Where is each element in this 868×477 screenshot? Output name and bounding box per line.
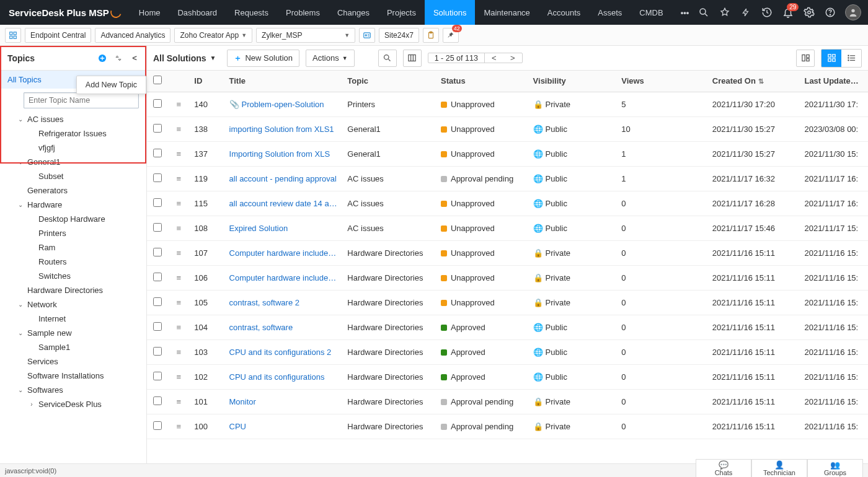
- pushpin-icon[interactable]: 42: [443, 28, 459, 43]
- drag-handle-icon[interactable]: ≡: [168, 265, 189, 290]
- drag-handle-icon[interactable]: ≡: [168, 389, 189, 414]
- cell-title[interactable]: Computer hardware includes the...: [224, 265, 343, 290]
- nav-more[interactable]: •••: [672, 0, 698, 25]
- tab-technician[interactable]: 👤Technician: [751, 459, 807, 477]
- topic-hardware[interactable]: ⌄Hardware: [0, 198, 146, 212]
- drag-handle-icon[interactable]: ≡: [168, 315, 189, 339]
- chevron-right-icon[interactable]: ›: [25, 401, 38, 408]
- nav-cmdb[interactable]: CMDB: [631, 0, 671, 25]
- topic-hardware-directories[interactable]: Hardware Directories: [0, 283, 146, 297]
- nav-assets[interactable]: Assets: [589, 0, 631, 25]
- nav-projects[interactable]: Projects: [378, 0, 425, 25]
- cell-title[interactable]: CPU and its configurations 2: [224, 339, 343, 364]
- pin-icon[interactable]: [719, 6, 731, 19]
- row-checkbox[interactable]: [153, 248, 162, 256]
- row-checkbox[interactable]: [153, 421, 162, 430]
- history-icon[interactable]: [761, 6, 773, 19]
- col-id[interactable]: ID: [189, 71, 224, 92]
- row-checkbox[interactable]: [153, 124, 162, 133]
- nav-dashboard[interactable]: Dashboard: [169, 0, 226, 25]
- chevron-down-icon[interactable]: ⌄: [14, 159, 27, 165]
- new-topic-input[interactable]: [24, 92, 139, 108]
- col-updated[interactable]: Last Updated On: [799, 71, 868, 92]
- drag-handle-icon[interactable]: ≡: [168, 191, 189, 216]
- row-checkbox[interactable]: [153, 347, 162, 356]
- topic-general1[interactable]: ⌄General1: [0, 155, 146, 169]
- cell-title[interactable]: CPU: [224, 414, 343, 439]
- zoho-creator-button[interactable]: Zoho Creator App▼: [174, 28, 252, 43]
- col-visibility[interactable]: Visibility: [528, 71, 617, 92]
- drag-handle-icon[interactable]: ≡: [168, 364, 189, 389]
- advanced-analytics-button[interactable]: Advanced Analytics: [95, 28, 170, 43]
- drag-handle-icon[interactable]: ≡: [168, 166, 189, 191]
- nav-requests[interactable]: Requests: [226, 0, 277, 25]
- view-selector[interactable]: All Solutions ▼: [153, 53, 221, 63]
- site24x7-button[interactable]: Site24x7: [379, 28, 419, 43]
- list-view-button[interactable]: [841, 50, 861, 67]
- topic-switches[interactable]: Switches: [0, 269, 146, 283]
- row-checkbox[interactable]: [153, 149, 162, 157]
- layout-button[interactable]: [796, 50, 815, 67]
- grid-view-button[interactable]: [822, 50, 841, 67]
- topic-vfjgfj[interactable]: vfjgfj: [0, 141, 146, 155]
- cell-title[interactable]: all account - pending approval: [224, 166, 343, 191]
- drag-handle-icon[interactable]: ≡: [168, 290, 189, 315]
- drag-handle-icon[interactable]: ≡: [168, 116, 189, 141]
- topic-routers[interactable]: Routers: [0, 255, 146, 269]
- avatar[interactable]: [845, 4, 861, 20]
- account-detail-icon[interactable]: [359, 28, 375, 43]
- row-checkbox[interactable]: [153, 372, 162, 380]
- chevron-down-icon[interactable]: ⌄: [14, 330, 27, 336]
- clipboard-icon[interactable]: [423, 28, 439, 43]
- cell-title[interactable]: 📎Problem-open-Solution: [224, 92, 343, 116]
- col-title[interactable]: Title: [224, 71, 343, 92]
- row-checkbox[interactable]: [153, 173, 162, 182]
- pager-next[interactable]: >: [503, 53, 522, 63]
- pager-prev[interactable]: <: [485, 53, 503, 63]
- cell-title[interactable]: all account review date 14 aug 2...: [224, 191, 343, 216]
- actions-button[interactable]: Actions ▼: [306, 50, 355, 67]
- topic-services[interactable]: Services: [0, 354, 146, 369]
- topic-generators[interactable]: Generators: [0, 183, 146, 198]
- drag-handle-icon[interactable]: ≡: [168, 216, 189, 240]
- col-views[interactable]: Views: [616, 71, 707, 92]
- topic-ram[interactable]: Ram: [0, 240, 146, 255]
- nav-changes[interactable]: Changes: [329, 0, 378, 25]
- chevron-down-icon[interactable]: ⌄: [14, 387, 27, 393]
- chevron-down-icon[interactable]: ⌄: [14, 301, 27, 308]
- topic-printers[interactable]: Printers: [0, 226, 146, 240]
- row-checkbox[interactable]: [153, 273, 162, 281]
- new-solution-button[interactable]: ＋ New Solution: [227, 50, 299, 67]
- row-checkbox[interactable]: [153, 297, 162, 306]
- col-created[interactable]: Created On⇅: [707, 71, 800, 92]
- drag-handle-icon[interactable]: ≡: [168, 92, 189, 116]
- tab-chats[interactable]: 💬Chats: [696, 459, 751, 477]
- cell-title[interactable]: Importing Solution from XLS: [224, 141, 343, 166]
- cell-title[interactable]: contrast, software 2: [224, 290, 343, 315]
- tab-groups[interactable]: 👥Groups: [807, 459, 863, 477]
- bell-icon[interactable]: 29: [782, 6, 794, 19]
- col-topic[interactable]: Topic: [342, 71, 436, 92]
- nav-maintenance[interactable]: Maintenance: [475, 0, 538, 25]
- add-topic-icon[interactable]: [95, 51, 109, 65]
- solutions-table-wrap[interactable]: ID Title Topic Status Visibility Views C…: [147, 71, 868, 463]
- nav-solutions[interactable]: Solutions: [425, 0, 475, 25]
- cell-title[interactable]: Expired Solution: [224, 216, 343, 240]
- cell-title[interactable]: CPU and its configurations: [224, 364, 343, 389]
- bolt-icon[interactable]: [740, 6, 752, 19]
- row-checkbox[interactable]: [153, 396, 162, 405]
- cell-title[interactable]: Monitor: [224, 389, 343, 414]
- collapse-sidebar-icon[interactable]: <: [128, 51, 141, 65]
- column-settings-button[interactable]: [403, 50, 422, 67]
- chevron-down-icon[interactable]: ⌄: [14, 116, 27, 123]
- drag-handle-icon[interactable]: ≡: [168, 339, 189, 364]
- row-checkbox[interactable]: [153, 322, 162, 331]
- drag-handle-icon[interactable]: ≡: [168, 240, 189, 265]
- help-icon[interactable]: [824, 6, 836, 19]
- gear-icon[interactable]: [803, 6, 815, 19]
- select-all-header[interactable]: [147, 71, 168, 92]
- topic-desktop-hardware[interactable]: Desktop Hardware: [0, 212, 146, 226]
- drag-handle-icon[interactable]: ≡: [168, 414, 189, 439]
- cell-title[interactable]: contrast, software: [224, 315, 343, 339]
- topic-refrigerator-issues[interactable]: Refrigerator Issues: [0, 126, 146, 141]
